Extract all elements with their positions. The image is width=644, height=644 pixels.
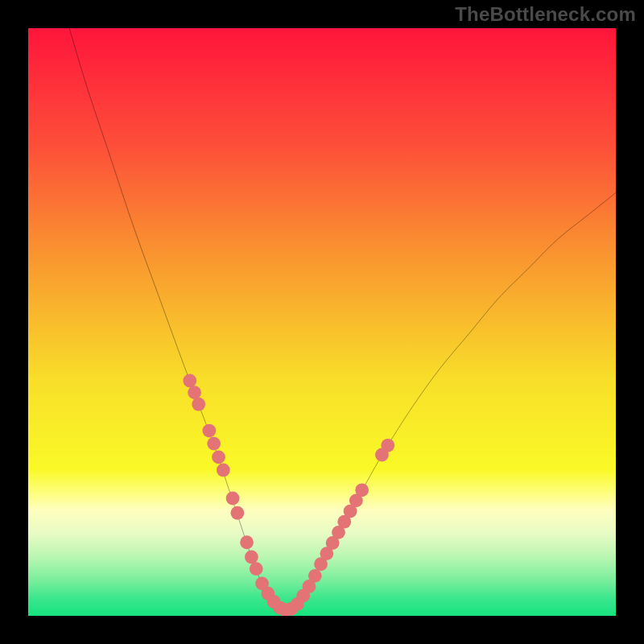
highlight-dot [217, 464, 230, 477]
chart-svg [28, 28, 616, 616]
highlight-dot [250, 562, 263, 576]
highlight-dot [212, 451, 225, 464]
chart-stage: TheBottleneck.com [0, 0, 644, 644]
highlight-dot [188, 386, 201, 399]
highlight-dot [355, 483, 369, 497]
highlight-dot [230, 506, 244, 520]
highlight-dots [183, 374, 394, 616]
highlight-dot [207, 437, 221, 451]
highlight-dot [240, 535, 254, 549]
watermark-text: TheBottleneck.com [455, 3, 636, 26]
highlight-dot [183, 374, 196, 388]
highlight-dot [192, 398, 205, 411]
plot-area [28, 28, 616, 616]
highlight-dot [381, 439, 394, 452]
highlight-dot [245, 551, 258, 564]
highlight-dot [226, 492, 240, 506]
highlight-dot [202, 424, 216, 438]
highlight-dot [308, 569, 322, 583]
